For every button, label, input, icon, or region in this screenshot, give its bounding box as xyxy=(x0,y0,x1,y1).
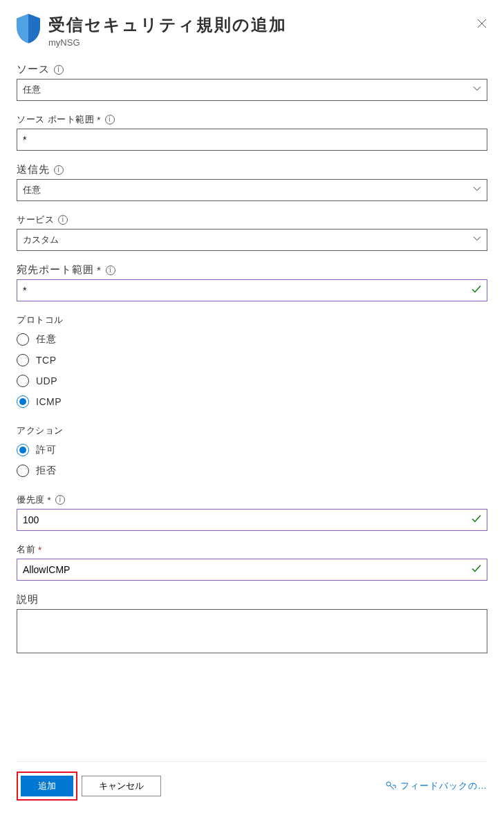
panel-footer: 追加 キャンセル フィードバックの… xyxy=(17,761,487,813)
name-label: 名前 xyxy=(17,543,35,556)
protocol-option-icmp[interactable]: ICMP xyxy=(17,391,487,412)
action-label: アクション xyxy=(17,424,64,437)
priority-label: 優先度 xyxy=(17,494,45,506)
close-button[interactable] xyxy=(476,18,487,29)
chevron-down-icon xyxy=(473,185,481,196)
info-icon[interactable]: i xyxy=(105,115,115,124)
priority-input[interactable] xyxy=(17,509,487,531)
cancel-button[interactable]: キャンセル xyxy=(82,776,161,796)
action-radio-group: 許可 拒否 xyxy=(17,440,487,481)
source-port-input[interactable] xyxy=(17,129,487,151)
panel-title: 受信セキュリティ規則の追加 xyxy=(48,14,476,36)
protocol-option-tcp[interactable]: TCP xyxy=(17,350,487,371)
source-port-label: ソース ポート範囲 xyxy=(17,113,94,126)
service-label: サービス xyxy=(17,214,54,226)
action-option-allow[interactable]: 許可 xyxy=(17,440,487,460)
dest-port-input[interactable] xyxy=(17,279,487,301)
protocol-option-any[interactable]: 任意 xyxy=(17,329,487,350)
check-icon xyxy=(471,563,482,577)
name-input[interactable] xyxy=(17,559,487,581)
info-icon[interactable]: i xyxy=(54,65,64,75)
info-icon[interactable]: i xyxy=(106,265,115,275)
add-inbound-rule-panel: 受信セキュリティ規則の追加 myNSG ソースi 任意 ソース ポート範囲*i … xyxy=(0,0,504,813)
action-option-deny[interactable]: 拒否 xyxy=(17,460,487,481)
protocol-label: プロトコル xyxy=(17,314,64,326)
feedback-link[interactable]: フィードバックの… xyxy=(385,780,487,792)
info-icon[interactable]: i xyxy=(55,495,65,505)
service-dropdown[interactable]: カスタム xyxy=(17,229,487,251)
source-label: ソース xyxy=(17,63,50,76)
source-dropdown[interactable]: 任意 xyxy=(17,79,487,101)
description-textarea[interactable] xyxy=(17,609,487,653)
dest-port-label: 宛先ポート範囲 xyxy=(17,263,94,277)
description-label: 説明 xyxy=(17,593,39,606)
check-icon xyxy=(471,514,482,527)
protocol-radio-group: 任意 TCP UDP ICMP xyxy=(17,329,487,412)
highlight-box: 追加 xyxy=(17,772,77,801)
feedback-icon xyxy=(385,781,396,792)
chevron-down-icon xyxy=(473,235,481,245)
destination-label: 送信先 xyxy=(17,163,50,176)
form-body: ソースi 任意 ソース ポート範囲*i 送信先i 任意 サービスi カスタム xyxy=(17,63,487,761)
panel-header: 受信セキュリティ規則の追加 myNSG xyxy=(17,14,487,48)
info-icon[interactable]: i xyxy=(58,215,68,225)
chevron-down-icon xyxy=(473,85,481,95)
info-icon[interactable]: i xyxy=(54,165,64,175)
destination-dropdown[interactable]: 任意 xyxy=(17,179,487,201)
check-icon xyxy=(471,284,482,297)
panel-subtitle: myNSG xyxy=(48,37,476,48)
shield-icon xyxy=(17,14,40,41)
protocol-option-udp[interactable]: UDP xyxy=(17,371,487,391)
add-button[interactable]: 追加 xyxy=(21,776,73,796)
